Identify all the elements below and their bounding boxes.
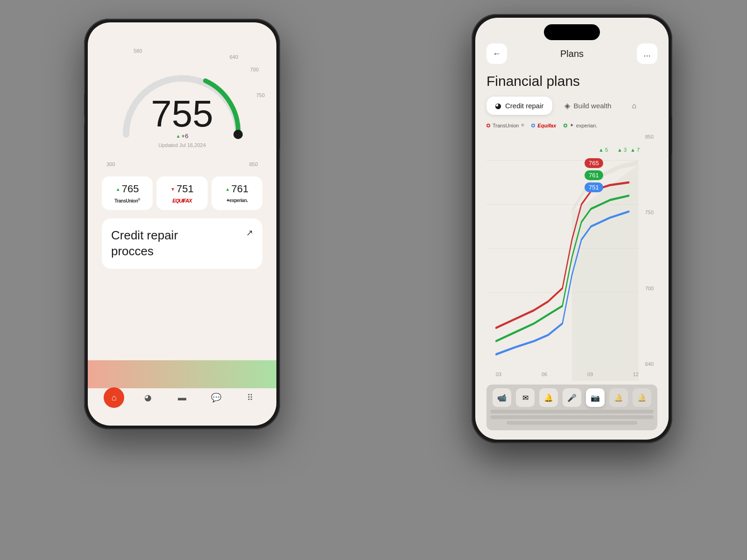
side-button-left-top xyxy=(84,93,85,117)
keyboard-icon-3[interactable]: 🔔 xyxy=(539,388,558,407)
bureau-card-experian: ▲ 761 ✦experian. xyxy=(211,176,262,210)
legend-dot-equifax xyxy=(531,124,535,127)
legend-equifax: Equifax xyxy=(531,123,556,128)
right-screen-content: ← Plans ... Financial plans ◕ Credit rep… xyxy=(475,18,669,440)
keyboard-icon-1[interactable]: 📹 xyxy=(493,388,511,407)
credit-chart-svg xyxy=(486,134,657,381)
experian-score: ▲ 761 xyxy=(217,183,257,195)
back-button[interactable]: ← xyxy=(486,43,507,64)
credit-repair-section[interactable]: Credit repairprocces ↗ xyxy=(102,218,262,269)
gauge-label-700: 700 xyxy=(250,67,259,72)
gauge-label-300: 300 xyxy=(106,161,115,167)
experian-trend-icon: ▲ xyxy=(226,187,230,192)
keyboard-icon-5-active[interactable]: 📷 xyxy=(586,388,605,407)
bottom-navigation: ⌂ ◕ ▬ 💬 ⠿ xyxy=(88,379,276,426)
side-button-right xyxy=(279,112,280,149)
home-tab-icon: ⌂ xyxy=(632,102,636,110)
badge-experian: 761 xyxy=(585,170,603,180)
y-label-640: 640 xyxy=(645,361,654,367)
legend-transunion-label: TransUnion xyxy=(493,123,519,128)
more-button[interactable]: ... xyxy=(637,43,657,64)
right-phone-side-button xyxy=(671,117,672,154)
back-icon: ← xyxy=(493,49,501,59)
nav-chart-button[interactable]: ◕ xyxy=(138,387,158,408)
gauge-label-850: 850 xyxy=(249,161,258,167)
bureau-scores-row: ▲ 765 TransUnion® ▼ 751 EQUIFAX ▲ 761 xyxy=(102,176,262,210)
keyboard-icons-row: 📹 ✉ 🔔 🎤 📷 🔔 🔔 xyxy=(490,388,654,407)
chart-y-labels: 850 750 700 640 xyxy=(645,134,654,367)
build-wealth-tab-label: Build wealth xyxy=(574,102,612,110)
y-label-750: 750 xyxy=(645,210,654,215)
keyboard-icon-2[interactable]: ✉ xyxy=(516,388,535,407)
bureau-card-equifax: ▼ 751 EQUIFAX xyxy=(156,176,207,210)
experian-logo: ✦experian. xyxy=(217,198,257,203)
phone-right-screen: ← Plans ... Financial plans ◕ Credit rep… xyxy=(475,18,669,440)
plan-tabs: ◕ Credit repair ◈ Build wealth ⌂ xyxy=(486,97,657,115)
credit-repair-tab-icon: ◕ xyxy=(495,101,501,110)
credit-score-gauge-section: 300 580 640 700 750 850 755 ▲ +6 Updated… xyxy=(102,50,262,172)
transunion-logo: TransUnion® xyxy=(107,198,147,203)
score-change-arrow: ▲ xyxy=(176,133,181,139)
gauge-label-640: 640 xyxy=(230,54,238,60)
score-updated-date: Updated Jul 16,2024 xyxy=(151,142,213,148)
nav-grid-button[interactable]: ⠿ xyxy=(240,387,261,408)
chart-x-labels: 03 06 09 12 xyxy=(496,371,639,377)
build-wealth-tab-icon: ◈ xyxy=(564,101,570,110)
legend-equifax-label: Equifax xyxy=(537,123,556,128)
y-label-850: 850 xyxy=(645,134,654,140)
equifax-score: ▼ 751 xyxy=(162,183,202,195)
nav-home-button[interactable]: ⌂ xyxy=(104,387,124,408)
keyboard-icon-4[interactable]: 🎤 xyxy=(563,388,581,407)
credit-repair-title: Credit repairprocces xyxy=(111,228,178,259)
transunion-score: ▲ 765 xyxy=(107,183,147,195)
keyboard-area: 📹 ✉ 🔔 🎤 📷 🔔 🔔 xyxy=(486,385,657,430)
phone-left: 300 580 640 700 750 850 755 ▲ +6 Updated… xyxy=(84,19,280,429)
badge-transunion: 765 xyxy=(585,158,603,168)
bureau-card-transunion: ▲ 765 TransUnion® xyxy=(102,176,153,210)
tab-home[interactable]: ⌂ xyxy=(623,97,645,115)
equifax-trend-icon: ▼ xyxy=(170,187,175,192)
legend-experian-label: ✦ xyxy=(570,122,574,128)
legend-experian-text: experian. xyxy=(576,123,597,128)
phone-right: ← Plans ... Financial plans ◕ Credit rep… xyxy=(472,14,672,443)
plans-title: Plans xyxy=(560,49,584,59)
legend-transunion: TransUnion ® xyxy=(486,123,524,128)
nav-card-button[interactable]: ▬ xyxy=(172,387,192,408)
financial-plans-title: Financial plans xyxy=(486,73,657,89)
delta-equifax: ▲ 7 xyxy=(630,147,640,153)
credit-repair-tab-label: Credit repair xyxy=(505,102,544,110)
bureau-legend: TransUnion ® Equifax ✦ experian. xyxy=(486,122,657,128)
more-icon: ... xyxy=(643,49,650,59)
score-display: 755 ▲ +6 Updated Jul 16,2024 xyxy=(151,95,213,148)
keyboard-icon-6[interactable]: 🔔 xyxy=(609,388,628,407)
legend-dot-transunion xyxy=(486,124,490,127)
experian-score-value: 761 xyxy=(231,183,248,195)
legend-dot-experian xyxy=(564,124,567,127)
dynamic-island xyxy=(544,24,600,40)
x-label-03: 03 xyxy=(496,371,501,377)
side-button-left-bottom xyxy=(84,124,85,161)
y-label-700: 700 xyxy=(645,286,654,291)
gauge-label-580: 580 xyxy=(134,48,142,54)
equifax-score-value: 751 xyxy=(176,183,194,195)
gauge-label-750: 750 xyxy=(256,92,265,98)
delta-transunion: ▲ 5 xyxy=(599,147,608,153)
x-label-09: 09 xyxy=(587,371,593,377)
x-label-06: 06 xyxy=(542,371,547,377)
tab-credit-repair[interactable]: ◕ Credit repair xyxy=(486,97,552,115)
nav-chat-button[interactable]: 💬 xyxy=(206,387,226,408)
keyboard-icon-7[interactable]: 🔔 xyxy=(633,388,651,407)
legend-experian: ✦ experian. xyxy=(564,122,597,128)
x-label-12: 12 xyxy=(633,371,639,377)
plans-header: ← Plans ... xyxy=(486,43,657,64)
score-change-value: +6 xyxy=(182,133,189,140)
transunion-trend-icon: ▲ xyxy=(116,187,120,192)
phone-left-screen: 300 580 640 700 750 850 755 ▲ +6 Updated… xyxy=(88,22,276,426)
credit-chart-container: 850 750 700 640 765 761 751 ▲ 5 ▲ 3 ▲ 7 … xyxy=(486,134,657,381)
tab-build-wealth[interactable]: ◈ Build wealth xyxy=(556,97,620,115)
equifax-logo: EQUIFAX xyxy=(162,198,202,203)
badge-equifax: 751 xyxy=(585,182,603,192)
transunion-score-value: 765 xyxy=(122,183,139,195)
credit-score-value: 755 xyxy=(151,95,213,133)
credit-repair-arrow-icon: ↗ xyxy=(246,228,253,238)
